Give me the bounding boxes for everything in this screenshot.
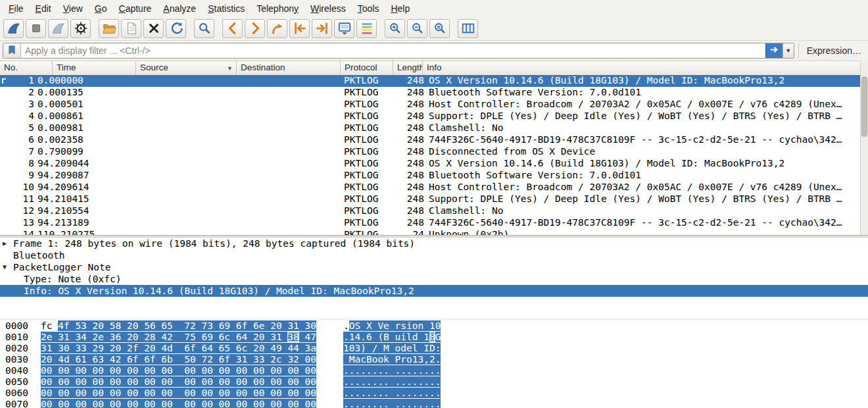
detail-line[interactable]: Info: OS X Version 10.14.6 (Build 18G103… — [0, 285, 868, 297]
column-header-label: Info — [427, 63, 442, 72]
zoom-in-button[interactable] — [385, 19, 405, 38]
packet-list-scrollbar[interactable] — [860, 61, 868, 235]
filter-bar: ▼ Expression… — [0, 41, 868, 61]
sort-indicator-icon: ▼ — [227, 62, 233, 75]
column-header-protocol[interactable]: Protocol — [341, 61, 393, 75]
hex-row-0050[interactable]: 005000 00 00 00 00 00 00 00 00 00 00 00 … — [0, 376, 868, 388]
menu-bar: FileEditViewGoCaptureAnalyzeStatisticsTe… — [0, 0, 868, 16]
column-header-no[interactable]: No. — [0, 61, 53, 75]
hex-offset: 0060 — [5, 388, 28, 399]
column-header-time[interactable]: Time — [53, 61, 136, 75]
menu-item-tools[interactable]: Tools — [352, 1, 385, 16]
hex-ascii: .OS X Ve rsion 10 — [343, 320, 441, 332]
reload-icon — [169, 21, 183, 36]
packet-row-7[interactable]: 70.790099PKTLOG248Disconnected from OS X… — [0, 146, 860, 158]
filter-bookmark-button[interactable] — [3, 43, 21, 58]
menu-item-capture[interactable]: Capture — [113, 1, 158, 16]
collapsed-expander-icon[interactable]: ▶ — [3, 238, 13, 249]
filter-history-dropdown[interactable]: ▼ — [783, 43, 794, 58]
go-to-packet-button[interactable] — [267, 19, 287, 38]
start-capture-button[interactable] — [3, 19, 24, 38]
packet-row-2[interactable]: 20.000135PKTLOG248Bluetooth Software Ver… — [0, 87, 860, 99]
save-file-button[interactable] — [121, 19, 141, 38]
menu-item-file[interactable]: File — [3, 1, 30, 16]
hex-row-0030[interactable]: 003020 4d 61 63 42 6f 6f 6b 50 72 6f 31 … — [0, 354, 868, 365]
packet-row-8[interactable]: 894.209044PKTLOG248OS X Version 10.14.6 … — [0, 158, 860, 170]
hex-row-0070[interactable]: 007000 00 00 00 00 00 00 00 00 00 00 00 … — [0, 399, 868, 408]
menu-item-analyze[interactable]: Analyze — [157, 1, 202, 16]
previous-packet-button[interactable] — [222, 19, 243, 38]
hex-offset: 0010 — [5, 332, 28, 343]
hex-row-0060[interactable]: 006000 00 00 00 00 00 00 00 00 00 00 00 … — [0, 388, 868, 399]
packet-row-6[interactable]: 60.002358PKTLOG248744F326C-5640-4917-BD1… — [0, 134, 860, 146]
hex-row-0010[interactable]: 00102e 31 34 2e 36 20 28 42 75 69 6c 64 … — [0, 332, 868, 343]
close-file-button[interactable] — [143, 19, 164, 38]
menu-item-telephony[interactable]: Telephony — [251, 1, 304, 16]
detail-line[interactable]: Type: Note (0xfc) — [0, 273, 868, 285]
column-header-destination[interactable]: Destination — [237, 61, 341, 75]
packet-row-5[interactable]: 50.000981PKTLOG248Clamshell: No — [0, 122, 860, 134]
hex-ascii: MacBook Pro13,2. — [343, 354, 441, 365]
capture-options-button[interactable] — [70, 19, 91, 38]
restart-capture-button[interactable] — [48, 19, 68, 38]
packet-row-13[interactable]: 1394.213189PKTLOG248744F326C-5640-4917-B… — [0, 217, 860, 229]
detail-line[interactable]: Bluetooth — [0, 249, 868, 261]
scrollbar-thumb[interactable] — [861, 76, 867, 137]
column-header-label: Length — [397, 63, 423, 72]
packet-row-1[interactable]: 10.000000PKTLOG248OS X Version 10.14.6 (… — [0, 75, 860, 87]
menu-item-go[interactable]: Go — [89, 1, 113, 16]
detail-line[interactable]: ▼PacketLogger Note — [0, 261, 868, 273]
find-packet-button[interactable] — [194, 19, 214, 38]
packet-row-9[interactable]: 994.209087PKTLOG248Bluetooth Software Ve… — [0, 170, 860, 182]
menu-item-wireless[interactable]: Wireless — [304, 1, 352, 16]
hex-ascii: .14.6 (B uild 18G — [343, 332, 441, 343]
expanded-expander-icon[interactable]: ▼ — [3, 261, 13, 273]
packet-row-10[interactable]: 1094.209614PKTLOG248Host Controller: Bro… — [0, 182, 860, 193]
normal-size-icon — [433, 21, 447, 36]
packet-list-header: No.TimeSource▼DestinationProtocolLengthI… — [0, 61, 868, 75]
open-file-button[interactable] — [99, 19, 119, 38]
chevron-down-icon: ▼ — [785, 47, 791, 54]
colorize-icon — [360, 21, 374, 36]
expression-button[interactable]: Expression… — [798, 43, 865, 58]
menu-item-statistics[interactable]: Statistics — [202, 1, 251, 16]
packet-row-3[interactable]: 30.000501PKTLOG248Host Controller: Broad… — [0, 99, 860, 111]
first-packet-button[interactable] — [289, 19, 310, 38]
last-packet-button[interactable] — [312, 19, 332, 38]
detail-line-text: Type: Note (0xfc) — [24, 273, 121, 285]
auto-scroll-button[interactable] — [334, 19, 354, 38]
column-header-length[interactable]: Length — [393, 61, 423, 75]
reload-button[interactable] — [166, 19, 186, 38]
stop-capture-button[interactable] — [26, 19, 46, 38]
packet-row-11[interactable]: 1194.210415PKTLOG248Support: DPLE (Yes) … — [0, 193, 860, 205]
zoom-out-button[interactable] — [407, 19, 427, 38]
next-packet-icon — [248, 21, 262, 36]
colorize-button[interactable] — [356, 19, 377, 38]
column-header-source[interactable]: Source▼ — [136, 61, 237, 75]
hex-offset: 0040 — [5, 365, 28, 376]
column-header-info[interactable]: Info — [423, 61, 868, 75]
packet-details-pane: ▶Frame 1: 248 bytes on wire (1984 bits),… — [0, 238, 868, 319]
hex-ascii: 103) / M odel ID: — [343, 343, 441, 354]
menu-item-edit[interactable]: Edit — [30, 1, 57, 16]
resize-columns-button[interactable] — [458, 19, 478, 38]
auto-scroll-icon — [337, 21, 352, 36]
apply-filter-icon — [769, 45, 779, 57]
hex-ascii: ........ ........ — [343, 376, 441, 388]
menu-item-view[interactable]: View — [57, 1, 89, 16]
detail-line[interactable]: ▶Frame 1: 248 bytes on wire (1984 bits),… — [0, 238, 868, 249]
hex-bytes: 20 4d 61 63 42 6f 6f 6b 50 72 6f 31 33 2… — [41, 354, 316, 365]
hex-row-0000[interactable]: 0000fc 4f 53 20 58 20 56 65 72 73 69 6f … — [0, 320, 868, 332]
hex-bytes: fc 4f 53 20 58 20 56 65 72 73 69 6f 6e 2… — [41, 320, 316, 332]
normal-size-button[interactable] — [429, 19, 450, 38]
next-packet-button[interactable] — [245, 19, 265, 38]
packet-row-12[interactable]: 1294.210554PKTLOG248Clamshell: No — [0, 205, 860, 217]
hex-row-0040[interactable]: 004000 00 00 00 00 00 00 00 00 00 00 00 … — [0, 365, 868, 376]
packet-row-4[interactable]: 40.000861PKTLOG248Support: DPLE (Yes) / … — [0, 111, 860, 122]
display-filter-input[interactable] — [21, 43, 765, 58]
apply-filter-button[interactable] — [765, 43, 783, 58]
menu-item-help[interactable]: Help — [385, 1, 416, 16]
hex-bytes: 00 00 00 00 00 00 00 00 00 00 00 00 00 0… — [41, 365, 316, 376]
packet-row-14[interactable]: 14110.210275PKTLOG24Unknown (0x2b) — [0, 229, 860, 235]
hex-row-0020[interactable]: 002031 30 33 29 20 2f 20 4d 6f 64 65 6c … — [0, 343, 868, 354]
